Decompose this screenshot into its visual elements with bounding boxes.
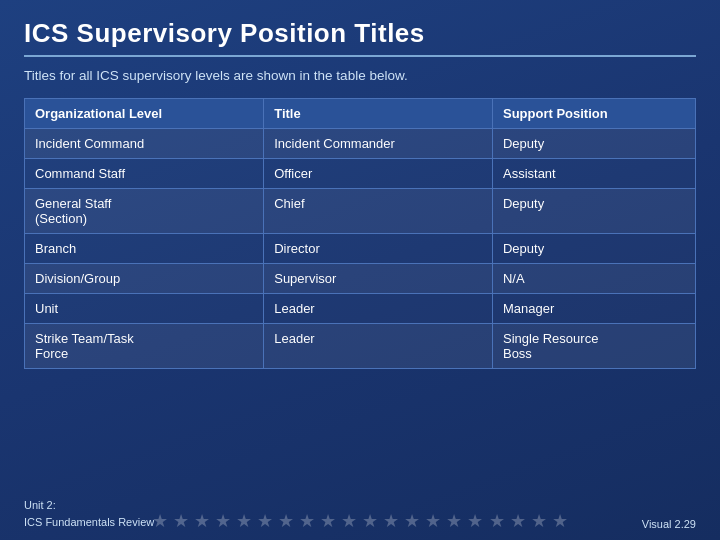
table-cell: Leader [264,293,493,323]
ics-table: Organizational Level Title Support Posit… [24,98,696,369]
table-cell: Chief [264,188,493,233]
table-cell: General Staff(Section) [25,188,264,233]
table-cell: Deputy [492,233,695,263]
subtitle: Titles for all ICS supervisory levels ar… [24,67,696,86]
table-cell: Strike Team/TaskForce [25,323,264,368]
footer-course: ICS Fundamentals Review [24,514,154,531]
table-row: Strike Team/TaskForceLeaderSingle Resour… [25,323,696,368]
table-cell: Branch [25,233,264,263]
table-cell: Division/Group [25,263,264,293]
table-cell: N/A [492,263,695,293]
table-cell: Leader [264,323,493,368]
table-row: UnitLeaderManager [25,293,696,323]
footer-unit: Unit 2: [24,497,154,514]
footer-visual: Visual 2.29 [642,518,696,530]
table-cell: Supervisor [264,263,493,293]
col-header-title: Title [264,98,493,128]
table-row: BranchDirectorDeputy [25,233,696,263]
title-bar: ICS Supervisory Position Titles [24,18,696,57]
table-row: Incident CommandIncident CommanderDeputy [25,128,696,158]
table-cell: Officer [264,158,493,188]
table-cell: Command Staff [25,158,264,188]
table-cell: Deputy [492,128,695,158]
table-cell: Incident Commander [264,128,493,158]
col-header-support: Support Position [492,98,695,128]
table-row: Division/GroupSupervisorN/A [25,263,696,293]
col-header-org-level: Organizational Level [25,98,264,128]
table-wrapper: Organizational Level Title Support Posit… [24,98,696,487]
table-cell: Assistant [492,158,695,188]
table-cell: Single ResourceBoss [492,323,695,368]
table-cell: Deputy [492,188,695,233]
table-row: Command StaffOfficerAssistant [25,158,696,188]
table-cell: Manager [492,293,695,323]
table-cell: Incident Command [25,128,264,158]
table-cell: Unit [25,293,264,323]
slide: ICS Supervisory Position Titles Titles f… [0,0,720,540]
table-cell: Director [264,233,493,263]
footer-left: Unit 2: ICS Fundamentals Review [24,497,154,530]
footer: Unit 2: ICS Fundamentals Review Visual 2… [24,491,696,530]
table-row: General Staff(Section)ChiefDeputy [25,188,696,233]
slide-title: ICS Supervisory Position Titles [24,18,696,49]
